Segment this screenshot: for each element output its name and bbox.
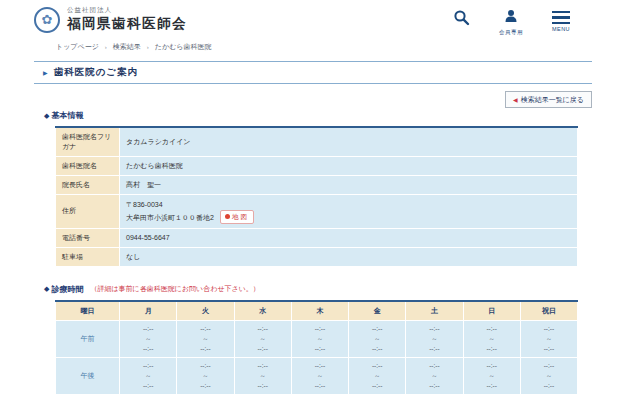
time-slot: --:-- ～ --:--: [520, 357, 577, 394]
map-pin-icon: [225, 214, 230, 219]
hours-heading: ◆ 診療時間 （詳細は事前に各歯科医院にお問い合わせ下さい。）: [44, 284, 640, 295]
site-header: ✿ 公益社団法人 福岡県歯科医師会 会員専用: [0, 0, 640, 40]
time-slot: --:-- ～ --:--: [291, 320, 348, 357]
org-name: 福岡県歯科医師会: [67, 15, 187, 33]
row-label: 電話番号: [56, 228, 120, 247]
day-header: 祝日: [520, 301, 577, 321]
table-row: 歯科医院名たかむら歯科医院: [56, 157, 578, 176]
map-button[interactable]: 地図: [220, 210, 254, 223]
basic-info-heading-text: 基本情報: [51, 110, 83, 121]
hamburger-icon: [552, 9, 570, 24]
time-slot: --:-- ～ --:--: [463, 320, 520, 357]
search-button[interactable]: [448, 9, 474, 30]
time-slot: --:-- ～ --:--: [406, 320, 463, 357]
address-line: 大牟田市小浜町１００番地2地図: [126, 210, 571, 223]
section-marker-icon: ◆: [44, 285, 49, 293]
hours-note: （詳細は事前に各歯科医院にお問い合わせ下さい。）: [90, 284, 259, 294]
time-slot: --:-- ～ --:--: [349, 357, 406, 394]
row-value: 高村 聖一: [120, 176, 578, 195]
back-row: ◀ 検索結果一覧に戻る: [0, 88, 592, 102]
day-header: 金: [349, 301, 406, 321]
section-marker-icon: ◆: [44, 112, 49, 120]
table-row: 歯科医院名フリガナタカムラシカイイン: [56, 127, 578, 157]
page-title-bar: ▶ 歯科医院のご案内: [34, 61, 592, 84]
time-slot: --:-- ～ --:--: [406, 357, 463, 394]
row-value: 〒836-0034大牟田市小浜町１００番地2地図: [120, 195, 578, 229]
day-header: 月: [120, 301, 177, 321]
row-value: 0944-55-6647: [120, 228, 578, 247]
page-title: 歯科医院のご案内: [54, 66, 138, 79]
hours-table: 曜日月火水木金土日祝日 午前--:-- ～ --:----:-- ～ --:--…: [55, 300, 578, 395]
breadcrumb-item: たかむら歯科医院: [155, 42, 212, 52]
members-only-label: 会員専用: [499, 29, 523, 36]
row-label: 住所: [56, 195, 120, 229]
table-row: 電話番号0944-55-6647: [56, 228, 578, 247]
day-header: 火: [177, 301, 234, 321]
breadcrumb-item[interactable]: トップページ: [56, 42, 99, 52]
person-icon: [504, 9, 518, 27]
breadcrumb: トップページ›検索結果›たかむら歯科医院: [0, 40, 640, 52]
day-header: 水: [234, 301, 291, 321]
menu-label: MENU: [552, 26, 570, 32]
day-header: 土: [406, 301, 463, 321]
time-slot: --:-- ～ --:--: [520, 320, 577, 357]
breadcrumb-separator-icon: ›: [147, 44, 149, 50]
time-slot: --:-- ～ --:--: [234, 357, 291, 394]
org-type-label: 公益社団法人: [67, 6, 187, 15]
time-slot: --:-- ～ --:--: [291, 357, 348, 394]
members-only-button[interactable]: 会員専用: [498, 9, 524, 36]
period-label: 午後: [56, 357, 120, 394]
menu-button[interactable]: MENU: [548, 9, 574, 32]
row-label: 院長氏名: [56, 176, 120, 195]
map-button-label: 地図: [232, 212, 249, 222]
search-icon: [453, 9, 470, 30]
table-row: 駐車場なし: [56, 247, 578, 266]
hours-row: 午前--:-- ～ --:----:-- ～ --:----:-- ～ --:-…: [56, 320, 578, 357]
association-emblem-icon: ✿: [34, 7, 60, 33]
row-label: 歯科医院名フリガナ: [56, 127, 120, 157]
day-column-header: 曜日: [56, 301, 120, 321]
time-slot: --:-- ～ --:--: [234, 320, 291, 357]
row-label: 歯科医院名: [56, 157, 120, 176]
address-line: 〒836-0034: [126, 199, 571, 210]
time-slot: --:-- ～ --:--: [120, 357, 177, 394]
time-slot: --:-- ～ --:--: [177, 320, 234, 357]
basic-info-heading: ◆ 基本情報: [44, 110, 640, 121]
row-value: たかむら歯科医院: [120, 157, 578, 176]
basic-info-table: 歯科医院名フリガナタカムラシカイイン歯科医院名たかむら歯科医院院長氏名高村 聖一…: [55, 126, 578, 267]
breadcrumb-item[interactable]: 検索結果: [113, 42, 141, 52]
breadcrumb-separator-icon: ›: [105, 44, 107, 50]
back-button-label: 検索結果一覧に戻る: [521, 95, 584, 105]
title-marker-icon: ▶: [43, 69, 48, 76]
day-header: 木: [291, 301, 348, 321]
site-logo[interactable]: ✿ 公益社団法人 福岡県歯科医師会: [34, 6, 187, 33]
back-to-results-button[interactable]: ◀ 検索結果一覧に戻る: [505, 91, 592, 108]
day-header: 日: [463, 301, 520, 321]
row-label: 駐車場: [56, 247, 120, 266]
time-slot: --:-- ～ --:--: [463, 357, 520, 394]
hours-heading-text: 診療時間: [51, 284, 83, 295]
row-value: なし: [120, 247, 578, 266]
row-value: タカムラシカイイン: [120, 127, 578, 157]
header-actions: 会員専用 MENU: [448, 6, 574, 36]
period-label: 午前: [56, 320, 120, 357]
back-arrow-icon: ◀: [513, 96, 518, 103]
hours-row: 午後--:-- ～ --:----:-- ～ --:----:-- ～ --:-…: [56, 357, 578, 394]
time-slot: --:-- ～ --:--: [349, 320, 406, 357]
table-row: 住所〒836-0034大牟田市小浜町１００番地2地図: [56, 195, 578, 229]
table-row: 院長氏名高村 聖一: [56, 176, 578, 195]
time-slot: --:-- ～ --:--: [177, 357, 234, 394]
time-slot: --:-- ～ --:--: [120, 320, 177, 357]
